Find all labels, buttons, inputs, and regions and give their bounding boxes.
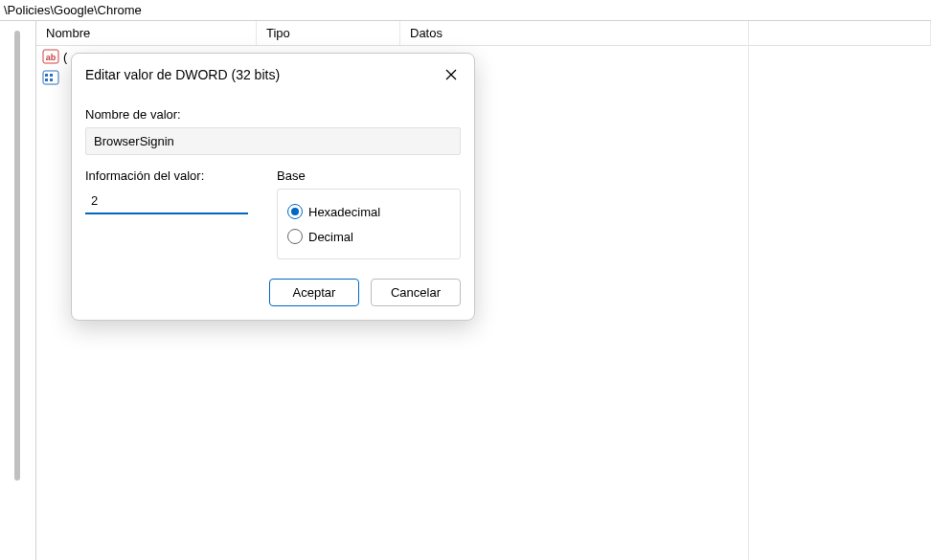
radio-icon — [287, 229, 303, 244]
tree-pane[interactable] — [0, 21, 36, 560]
row-datos: stablecido) — [400, 50, 931, 64]
svg-rect-4 — [50, 74, 53, 77]
close-icon[interactable] — [442, 65, 461, 84]
base-label: Base — [277, 168, 461, 183]
svg-rect-6 — [50, 78, 53, 81]
vertical-divider — [748, 21, 749, 560]
address-bar[interactable]: \Policies\Google\Chrome — [0, 0, 931, 21]
ok-button[interactable]: Aceptar — [269, 279, 359, 306]
svg-rect-2 — [43, 71, 58, 84]
reg-dword-icon — [42, 70, 59, 85]
reg-string-icon: ab — [42, 49, 59, 64]
column-header-tipo[interactable]: Tipo — [257, 21, 400, 45]
address-path: \Policies\Google\Chrome — [4, 3, 142, 17]
column-header-datos[interactable]: Datos — [400, 21, 931, 45]
row-datos: 0 (0) — [400, 71, 931, 85]
radio-decimal[interactable]: Decimal — [287, 224, 450, 249]
radio-icon — [287, 204, 303, 219]
tree-scrollbar[interactable] — [14, 31, 20, 481]
cancel-button[interactable]: Cancelar — [371, 279, 461, 306]
radio-dec-label: Decimal — [308, 230, 353, 244]
dialog-titlebar[interactable]: Editar valor de DWORD (32 bits) — [72, 54, 474, 94]
value-data-label: Información del valor: — [85, 168, 248, 183]
list-header: Nombre Tipo Datos — [36, 21, 931, 46]
radio-hex-label: Hexadecimal — [308, 205, 380, 219]
column-header-nombre[interactable]: Nombre — [36, 21, 257, 45]
value-name-input[interactable] — [85, 127, 461, 155]
base-group: Hexadecimal Decimal — [277, 189, 461, 259]
dialog-body: Nombre de valor: Información del valor: … — [72, 94, 474, 320]
value-name-label: Nombre de valor: — [85, 107, 461, 122]
svg-text:ab: ab — [46, 53, 57, 62]
dialog-buttons: Aceptar Cancelar — [85, 279, 461, 306]
dialog-title: Editar valor de DWORD (32 bits) — [85, 67, 280, 82]
base-column: Base Hexadecimal Decimal — [277, 168, 461, 259]
value-data-input[interactable] — [85, 189, 248, 214]
svg-rect-3 — [45, 74, 48, 77]
radio-hexadecimal[interactable]: Hexadecimal — [287, 199, 450, 224]
value-data-column: Información del valor: — [85, 168, 248, 214]
svg-rect-5 — [45, 78, 48, 81]
edit-dword-dialog: Editar valor de DWORD (32 bits) Nombre d… — [71, 53, 475, 321]
